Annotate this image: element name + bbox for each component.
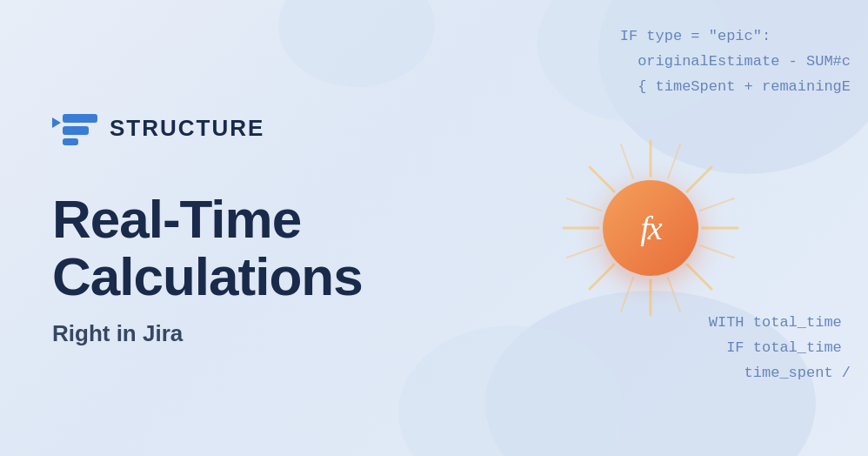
code-line-6: time_spent / [709,361,851,386]
svg-line-7 [687,265,711,289]
fx-label: fx [640,209,660,247]
code-block-top: IF type = "epic": originalEstimate - SUM… [620,24,851,100]
code-line-4: WITH total_time [709,311,851,336]
page-container: STRUCTURE Real-Time Calculations Right i… [0,0,868,456]
title-line2: Calculations [52,246,363,306]
svg-line-15 [668,278,680,312]
logo-icon [52,109,97,147]
svg-line-18 [567,198,601,211]
svg-line-14 [700,245,734,258]
svg-line-13 [700,198,734,211]
svg-rect-1 [63,114,97,123]
left-content: STRUCTURE Real-Time Calculations Right i… [0,109,417,346]
svg-line-12 [668,144,680,178]
sun-container: fx [555,132,746,324]
cloud-top-left [278,0,435,87]
svg-line-19 [621,144,633,178]
code-line-2: originalEstimate - SUM#c [620,50,851,75]
svg-line-17 [567,245,601,258]
code-line-5: IF total_time [709,336,851,361]
logo-text: STRUCTURE [110,115,264,142]
code-line-1: IF type = "epic": [620,24,851,50]
right-content: IF type = "epic": originalEstimate - SUM… [416,0,868,456]
title-line1: Real-Time [52,189,301,249]
svg-line-16 [621,278,633,312]
svg-line-9 [590,265,614,289]
svg-rect-2 [63,126,89,135]
svg-rect-3 [63,138,78,145]
fx-circle: fx [603,180,698,276]
svg-line-5 [687,167,711,191]
code-block-bottom: WITH total_time IF total_time time_spent… [709,311,851,386]
main-title: Real-Time Calculations [52,191,417,304]
logo-area: STRUCTURE [52,109,417,147]
subtitle: Right in Jira [52,320,417,347]
svg-marker-0 [52,117,61,128]
svg-line-11 [590,167,614,191]
code-line-3: { timeSpent + remainingE [620,75,851,100]
